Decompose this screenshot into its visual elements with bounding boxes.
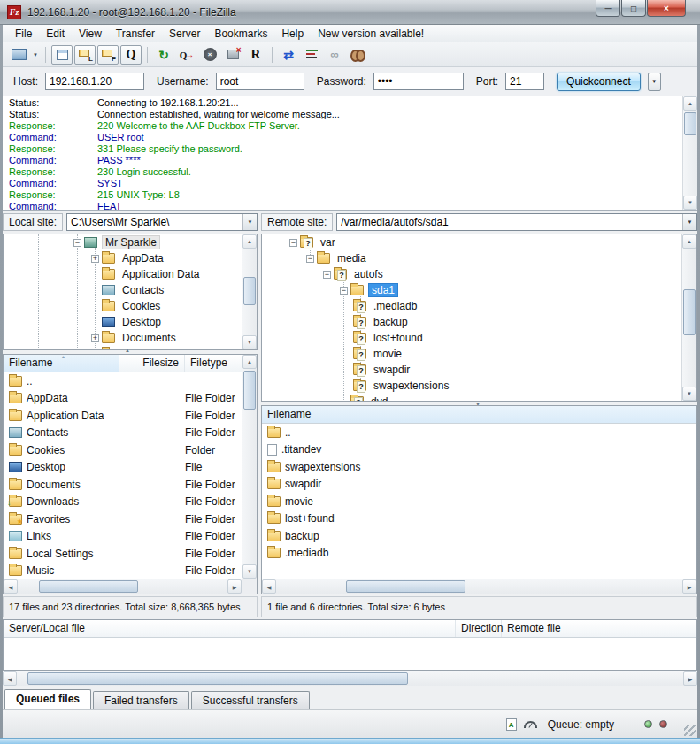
tree-item-dvd[interactable]: dvd — [262, 394, 696, 402]
file-row-titandev[interactable]: .titandev — [262, 441, 696, 459]
site-manager-dropdown[interactable]: ▼ — [30, 45, 41, 65]
file-row-local-settings[interactable]: Local SettingsFile Folder — [4, 545, 243, 563]
tree-item-contacts[interactable]: Contacts — [4, 282, 257, 298]
scroll-left-button[interactable]: ◀ — [3, 671, 17, 686]
tree-item-appdata[interactable]: +AppData — [4, 250, 257, 266]
remote-site-combo[interactable]: ▼ — [336, 213, 697, 231]
file-row-desktop[interactable]: DesktopFile — [4, 459, 243, 477]
local-site-combo[interactable]: ▼ — [66, 213, 258, 231]
quickconnect-button[interactable]: Quickconnect — [557, 73, 641, 91]
menu-bookmarks[interactable]: Bookmarks — [207, 26, 274, 42]
toggle-message-log-button[interactable] — [51, 45, 73, 65]
expander-minus[interactable]: − — [340, 287, 348, 295]
combo-dropdown[interactable]: ▼ — [242, 214, 257, 230]
scrollbar-thumb[interactable] — [683, 289, 696, 335]
local-tree-scrollbar[interactable]: ▲ ▼ — [242, 234, 257, 349]
scroll-up-button[interactable]: ▲ — [242, 234, 257, 249]
directory-filter-button[interactable] — [301, 45, 322, 65]
scrollbar-thumb[interactable] — [39, 580, 138, 593]
local-list-scrollbar[interactable]: ▲ ▼ — [242, 355, 257, 579]
file-row-contacts[interactable]: ContactsFile Folder — [4, 425, 243, 442]
expander-minus[interactable]: − — [306, 255, 314, 263]
expander-minus[interactable]: − — [73, 239, 81, 247]
tree-item-mr-sparkle[interactable]: −Mr Sparkle — [4, 234, 257, 250]
tab-failed-transfers[interactable]: Failed transfers — [93, 691, 189, 709]
expander-plus[interactable]: + — [91, 350, 99, 351]
scroll-right-button[interactable]: ▶ — [683, 671, 697, 686]
tree-item-downloads[interactable]: +Downloads — [4, 346, 257, 350]
toggle-queue-button[interactable]: Q — [120, 45, 142, 65]
queue-hscrollbar[interactable]: ◀ ▶ — [3, 671, 697, 686]
speed-limits-icon[interactable] — [524, 721, 537, 728]
local-site-input[interactable] — [67, 214, 242, 230]
site-manager-button[interactable] — [8, 45, 29, 65]
column-header-remote-file[interactable]: Remote file — [502, 620, 696, 637]
tree-item-sda1[interactable]: −sda1 — [262, 282, 696, 298]
quickconnect-dropdown[interactable]: ▼ — [648, 73, 661, 91]
compare-directories-button[interactable]: ⇄ — [278, 45, 299, 65]
scroll-down-button[interactable]: ▼ — [682, 387, 696, 401]
file-row-application-data[interactable]: Application DataFile Folder — [4, 407, 243, 425]
combo-dropdown[interactable]: ▼ — [682, 214, 696, 230]
password-input[interactable] — [373, 73, 464, 90]
local-list-hscrollbar[interactable]: ◀ ▶ — [4, 579, 242, 594]
tree-item-swapextensions[interactable]: swapextensions — [262, 378, 696, 394]
file-row-updir[interactable]: .. — [4, 372, 243, 390]
remote-list-hscrollbar[interactable]: ◀ ▶ — [262, 579, 696, 594]
scroll-up-button[interactable]: ▲ — [683, 96, 697, 111]
file-row-movie[interactable]: movie — [262, 493, 696, 510]
refresh-button[interactable]: ↻ — [153, 45, 174, 65]
tree-item-backup[interactable]: backup — [262, 314, 696, 330]
close-button[interactable]: × — [647, 0, 686, 17]
tree-item-mediadb[interactable]: .mediadb — [262, 298, 696, 314]
scroll-down-button[interactable]: ▼ — [242, 564, 257, 579]
message-log[interactable]: Status:Connecting to 192.168.1.20:21... … — [3, 96, 697, 211]
transfer-queue-pane[interactable]: Server/Local file Direction Remote file — [3, 619, 697, 671]
scrollbar-thumb[interactable] — [243, 277, 256, 305]
username-input[interactable] — [216, 73, 304, 90]
column-header-direction[interactable]: Direction — [456, 620, 502, 637]
minimize-button[interactable]: ─ — [596, 0, 620, 17]
log-scrollbar[interactable]: ▲ ▼ — [682, 96, 697, 210]
disconnect-button[interactable]: × — [222, 45, 243, 65]
file-row-lost-found[interactable]: lost+found — [262, 510, 696, 528]
expander-plus[interactable]: + — [91, 334, 99, 342]
tree-item-movie[interactable]: movie — [262, 346, 696, 362]
tree-item-lost-found[interactable]: lost+found — [262, 330, 696, 346]
tree-item-documents[interactable]: +Documents — [4, 330, 257, 346]
host-input[interactable] — [45, 73, 144, 90]
file-row-appdata[interactable]: AppDataFile Folder — [4, 390, 243, 408]
menu-view[interactable]: View — [72, 26, 109, 42]
scroll-down-button[interactable]: ▼ — [683, 196, 697, 210]
menu-help[interactable]: Help — [274, 26, 311, 42]
file-row-swapdir[interactable]: swapdir — [262, 476, 696, 494]
remote-site-input[interactable] — [337, 214, 682, 230]
tab-successful-transfers[interactable]: Successful transfers — [191, 691, 310, 709]
column-header-filename[interactable]: Filename▲ — [4, 355, 119, 372]
menu-edit[interactable]: Edit — [39, 26, 72, 42]
column-header-filetype[interactable]: Filetype — [185, 355, 243, 372]
scrollbar-thumb[interactable] — [346, 580, 465, 593]
menu-new-version[interactable]: New version available! — [311, 26, 431, 42]
column-header-filesize[interactable]: Filesize — [119, 355, 185, 372]
file-row-backup[interactable]: backup — [262, 527, 696, 545]
scroll-up-button[interactable]: ▲ — [682, 234, 696, 249]
file-row-downloads[interactable]: DownloadsFile Folder — [4, 494, 243, 511]
reconnect-button[interactable]: R — [245, 45, 266, 65]
file-row-music[interactable]: MusicFile Folder — [4, 563, 243, 579]
tree-item-application-data[interactable]: Application Data — [4, 266, 257, 282]
cancel-operation-button[interactable]: × — [199, 45, 220, 65]
tree-item-autofs[interactable]: −autofs — [262, 266, 696, 282]
tree-item-cookies[interactable]: Cookies — [4, 298, 257, 314]
tree-item-desktop[interactable]: Desktop — [4, 314, 257, 330]
file-row-mediadb[interactable]: .mediadb — [262, 545, 696, 563]
expander-minus[interactable]: − — [323, 271, 331, 279]
scroll-right-button[interactable]: ▶ — [682, 579, 696, 594]
file-row-updir[interactable]: .. — [262, 424, 696, 441]
menu-file[interactable]: File — [8, 26, 39, 42]
scroll-left-button[interactable]: ◀ — [4, 579, 18, 594]
process-queue-button[interactable]: Q→ — [176, 45, 197, 65]
synchronized-browsing-button[interactable]: ∞ — [324, 45, 345, 65]
file-row-documents[interactable]: DocumentsFile Folder — [4, 476, 243, 494]
tab-queued-files[interactable]: Queued files — [4, 689, 91, 709]
